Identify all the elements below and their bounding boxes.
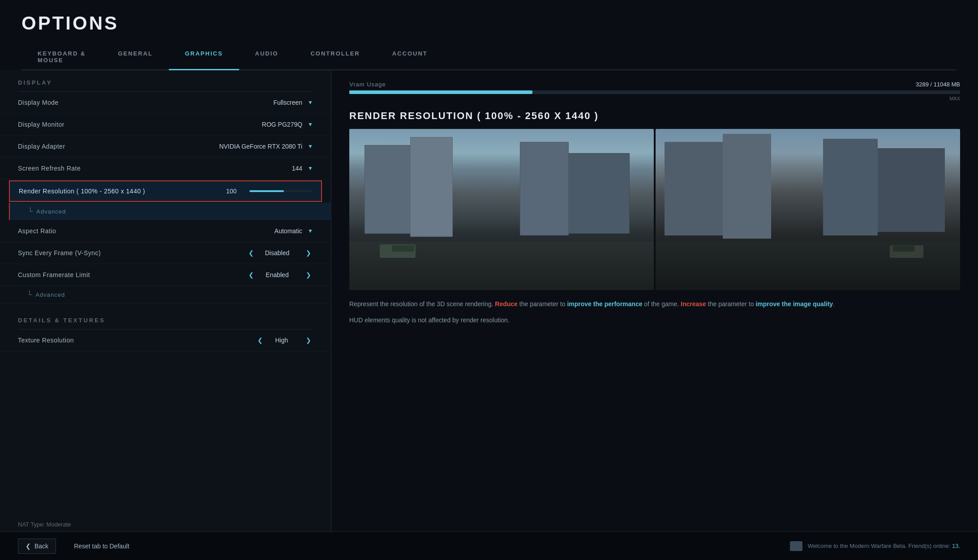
friend-count: 13. [952, 543, 960, 549]
tab-general[interactable]: GENERAL [102, 45, 169, 70]
display-adapter-label: Display Adapter [18, 143, 213, 150]
vram-bar-fill [349, 90, 532, 94]
framerate-prev-button[interactable]: ❮ [249, 271, 254, 278]
settings-panel: DISPLAY Display Mode Fullscreen ▼ Displa… [0, 70, 331, 560]
framerate-limit-value: Enabled [259, 271, 295, 278]
vram-header: Vram Usage 3289 / 11048 MB [349, 81, 960, 88]
advanced-sub-row-1[interactable]: └ Advanced [9, 203, 331, 220]
render-resolution-fill [249, 190, 284, 192]
bracket-icon: └ [28, 207, 33, 215]
display-monitor-label: Display Monitor [18, 121, 213, 128]
desc-part4: the parameter to [706, 300, 756, 308]
welcome-text: Welcome to the Modern Warfare Beta. Frie… [808, 543, 960, 549]
vram-section: Vram Usage 3289 / 11048 MB MAX [349, 81, 960, 101]
welcome-message: Welcome to the Modern Warfare Beta. Frie… [808, 543, 952, 549]
chat-icon [790, 541, 802, 551]
display-mode-arrow: ▼ [308, 99, 313, 106]
desc-part5: . [833, 300, 835, 308]
render-resolution-slider-container: 100 [226, 188, 312, 195]
texture-resolution-label: Texture Resolution [18, 337, 256, 344]
header: OPTIONS KEYBOARD &MOUSE GENERAL GRAPHICS… [0, 0, 978, 70]
details-textures-label: DETAILS & TEXTURES [0, 308, 331, 329]
tab-controller[interactable]: CONTROLLER [294, 45, 376, 70]
tab-graphics[interactable]: GRAPHICS [169, 45, 239, 70]
desc-part3: of the game. [642, 300, 681, 308]
hud-note: HUD elements quality is not affected by … [349, 315, 960, 325]
texture-next-button[interactable]: ❯ [306, 337, 311, 344]
preview-container [349, 129, 960, 290]
display-mode-value: Fullscreen [213, 99, 302, 106]
display-mode-label: Display Mode [18, 99, 213, 106]
vram-bar-container [349, 90, 960, 94]
display-monitor-value: ROG PG279Q [213, 121, 302, 128]
framerate-next-button[interactable]: ❯ [306, 271, 311, 278]
vram-used: 3289 [916, 81, 929, 88]
vsync-label: Sync Every Frame (V-Sync) [18, 249, 247, 256]
render-resolution-title: RENDER RESOLUTION ( 100% - 2560 X 1440 ) [349, 110, 960, 122]
aspect-ratio-label: Aspect Ratio [18, 227, 213, 235]
vram-max-label: MAX [349, 96, 960, 101]
tabs-bar: KEYBOARD &MOUSE GENERAL GRAPHICS AUDIO C… [21, 45, 957, 70]
vram-unit: MB [952, 81, 961, 88]
aspect-ratio-value: Automatic [213, 227, 302, 235]
render-resolution-value: 100 [226, 188, 242, 195]
desc-improve-quality: improve the image quality [755, 300, 833, 308]
desc-increase: Increase [681, 300, 706, 308]
refresh-rate-row[interactable]: Screen Refresh Rate 144 ▼ [0, 158, 331, 180]
framerate-limit-label: Custom Framerate Limit [18, 271, 247, 278]
advanced-sub-row-2[interactable]: └ Advanced [0, 286, 331, 304]
display-monitor-row[interactable]: Display Monitor ROG PG279Q ▼ [0, 114, 331, 136]
render-resolution-label: Render Resolution ( 100% - 2560 x 1440 ) [19, 188, 226, 195]
bracket-icon-2: └ [27, 291, 32, 299]
tab-audio[interactable]: AUDIO [239, 45, 295, 70]
desc-reduce: Reduce [495, 300, 518, 308]
preview-image-left [349, 129, 654, 290]
vram-total: 11048 [934, 81, 950, 88]
refresh-rate-label: Screen Refresh Rate [18, 165, 213, 172]
aspect-ratio-row[interactable]: Aspect Ratio Automatic ▼ [0, 220, 331, 242]
description-paragraph: Represent the resolution of the 3D scene… [349, 299, 960, 310]
desc-improve-perf: improve the performance [567, 300, 642, 308]
vsync-row[interactable]: Sync Every Frame (V-Sync) ❮ Disabled ❯ [0, 242, 331, 264]
main-content: DISPLAY Display Mode Fullscreen ▼ Displa… [0, 70, 978, 560]
back-button[interactable]: ❮ Back [18, 539, 56, 554]
footer: ❮ Back Reset tab to Default Welcome to t… [0, 531, 978, 560]
footer-right: Welcome to the Modern Warfare Beta. Frie… [790, 541, 960, 551]
display-mode-row[interactable]: Display Mode Fullscreen ▼ [0, 92, 331, 114]
texture-resolution-value: High [268, 337, 295, 344]
back-label: Back [34, 543, 48, 550]
desc-part2: the parameter to [518, 300, 567, 308]
vsync-next-button[interactable]: ❯ [306, 249, 311, 256]
display-adapter-value: NVIDIA GeForce RTX 2080 Ti [213, 143, 302, 150]
texture-prev-button[interactable]: ❮ [257, 337, 263, 344]
display-adapter-row[interactable]: Display Adapter NVIDIA GeForce RTX 2080 … [0, 136, 331, 158]
vram-value: 3289 / 11048 MB [916, 81, 960, 88]
advanced-label-1: Advanced [36, 208, 66, 215]
refresh-rate-arrow: ▼ [308, 165, 313, 171]
back-chevron-icon: ❮ [26, 543, 31, 550]
vsync-value: Disabled [259, 249, 295, 256]
vsync-prev-button[interactable]: ❮ [249, 249, 254, 256]
page-title: OPTIONS [21, 13, 957, 34]
texture-resolution-row[interactable]: Texture Resolution ❮ High ❯ [0, 329, 331, 351]
right-panel: Vram Usage 3289 / 11048 MB MAX RENDER RE… [331, 70, 978, 560]
tab-keyboard[interactable]: KEYBOARD &MOUSE [21, 45, 102, 70]
render-resolution-track[interactable] [249, 190, 312, 192]
display-monitor-arrow: ▼ [308, 121, 313, 128]
desc-part1: Represent the resolution of the 3D scene… [349, 300, 495, 308]
nat-type: NAT Type: Moderate [18, 521, 71, 528]
aspect-ratio-arrow: ▼ [308, 228, 313, 234]
tab-account[interactable]: ACCOUNT [376, 45, 444, 70]
vram-label: Vram Usage [349, 81, 386, 88]
reset-button[interactable]: Reset tab to Default [67, 539, 137, 553]
preview-image-right [656, 129, 960, 290]
advanced-label-2: Advanced [35, 291, 65, 298]
display-section-label: DISPLAY [0, 70, 331, 91]
framerate-limit-row[interactable]: Custom Framerate Limit ❮ Enabled ❯ [0, 264, 331, 286]
render-resolution-row[interactable]: Render Resolution ( 100% - 2560 x 1440 )… [9, 180, 322, 202]
reset-label: Reset tab to Default [74, 543, 129, 550]
display-adapter-arrow: ▼ [308, 143, 313, 150]
refresh-rate-value: 144 [213, 165, 302, 172]
